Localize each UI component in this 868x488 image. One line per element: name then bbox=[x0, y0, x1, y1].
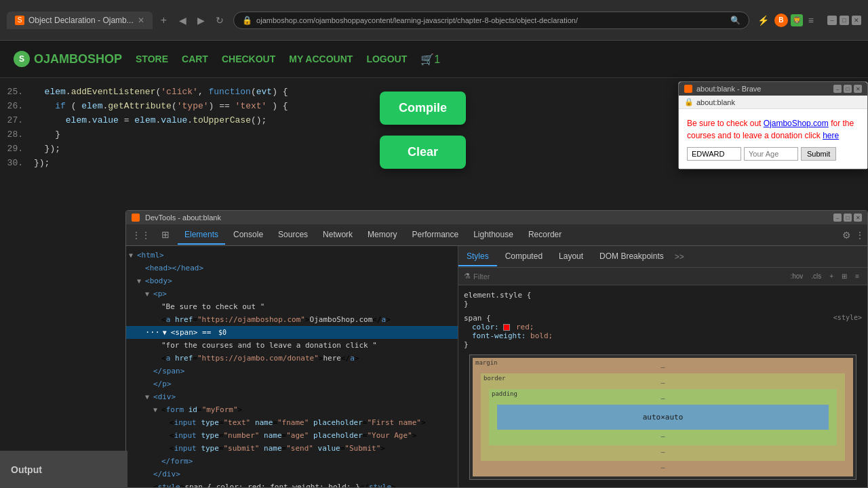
maximize-button[interactable]: □ bbox=[840, 16, 849, 25]
compile-button[interactable]: Compile bbox=[380, 92, 466, 125]
overlay-maximize-button[interactable]: □ bbox=[844, 85, 852, 93]
styles-tab-more[interactable]: >> bbox=[672, 248, 687, 266]
extensions-button[interactable]: ⚡ bbox=[755, 12, 772, 28]
tag-text: </p> bbox=[153, 378, 172, 390]
output-label: Output bbox=[11, 464, 42, 475]
tab-elements[interactable]: Elements bbox=[178, 226, 225, 245]
html-line[interactable]: ▼ <div> bbox=[126, 390, 458, 403]
toggle-icon[interactable]: ▼ bbox=[153, 404, 160, 415]
tag-text: <style>span { color: red; font-weight: b… bbox=[153, 481, 396, 487]
html-line[interactable]: <a href="https://ojamboshop.com">OjamboS… bbox=[126, 313, 458, 326]
line-dots-icon[interactable]: ··· bbox=[145, 327, 160, 338]
forward-button[interactable]: ▶ bbox=[193, 12, 209, 28]
html-line[interactable]: <style>span { color: red; font-weight: b… bbox=[126, 481, 458, 487]
toggle-icon bbox=[145, 378, 152, 390]
tab-selector[interactable]: ⊞ bbox=[155, 225, 176, 245]
cls-filter-button[interactable]: .cls bbox=[808, 270, 824, 282]
lock-icon: 🔒 bbox=[242, 16, 252, 25]
overlay-minimize-button[interactable]: – bbox=[833, 85, 842, 93]
here-link[interactable]: here bbox=[823, 131, 839, 140]
menu-button[interactable]: ≡ bbox=[806, 12, 816, 28]
toggle-icon[interactable]: ▼ bbox=[145, 391, 152, 403]
devtools-close-button[interactable]: ✕ bbox=[854, 214, 862, 222]
box-border: border – padding – auto×auto – bbox=[481, 373, 845, 461]
devtools-panel: DevTools - about:blank – □ ✕ ⋮⋮ ⊞ Elemen… bbox=[125, 210, 868, 488]
toggle-icon[interactable]: ▼ bbox=[137, 275, 144, 287]
tab-close-button[interactable]: ✕ bbox=[138, 16, 144, 25]
html-line[interactable]: </span> bbox=[126, 365, 458, 378]
checkout-nav-link[interactable]: CHECKOUT bbox=[222, 54, 275, 64]
tab-title: Object Declaration - Ojamb... bbox=[28, 16, 134, 25]
filter-input[interactable] bbox=[473, 272, 785, 281]
html-line[interactable]: <head></head> bbox=[126, 262, 458, 274]
toggle-icon bbox=[153, 455, 160, 467]
overlay-window-controls: – □ ✕ bbox=[833, 85, 862, 93]
tab-memory[interactable]: Memory bbox=[361, 226, 403, 245]
tab-layout[interactable]: Layout bbox=[551, 247, 591, 266]
ojamboshop-link[interactable]: OjamboShop.com bbox=[764, 119, 829, 128]
toggle-icon[interactable]: ▼ bbox=[145, 288, 152, 300]
toggle-icon[interactable]: ▼ bbox=[129, 249, 136, 261]
browser-tab[interactable]: S Object Declaration - Ojamb... ✕ bbox=[7, 12, 153, 29]
address-bar[interactable]: 🔒 ojamboshop.com/ojamboshoppaycontent/le… bbox=[233, 12, 749, 29]
url-text: ojamboshop.com/ojamboshoppaycontent/lear… bbox=[256, 16, 726, 24]
reload-button[interactable]: ↻ bbox=[212, 12, 228, 28]
html-line[interactable]: <input type="number" name="age" placehol… bbox=[126, 429, 458, 442]
tab-performance[interactable]: Performance bbox=[405, 226, 465, 245]
tab-dom-breakpoints[interactable]: DOM Breakpoints bbox=[591, 247, 672, 266]
tab-sources[interactable]: Sources bbox=[271, 226, 315, 245]
logout-nav-link[interactable]: LOGOUT bbox=[366, 54, 407, 64]
tab-styles[interactable]: Styles bbox=[458, 247, 497, 266]
toggle-icon[interactable]: ▼ bbox=[163, 327, 170, 338]
myaccount-nav-link[interactable]: MY ACCOUNT bbox=[289, 54, 353, 64]
tag-text: </form> bbox=[161, 455, 193, 467]
html-line[interactable]: ▼ <form id="myForm"> bbox=[126, 403, 458, 416]
style-property-fontweight: font-weight: bold; bbox=[464, 331, 862, 340]
hov-filter-button[interactable]: :hov bbox=[787, 270, 806, 282]
html-line[interactable]: </p> bbox=[126, 378, 458, 390]
nav-buttons: ◀ ▶ ↻ bbox=[175, 12, 228, 28]
devtools-minimize-button[interactable]: – bbox=[833, 214, 842, 222]
overlay-close-button[interactable]: ✕ bbox=[854, 85, 862, 93]
minimize-button[interactable]: – bbox=[827, 16, 837, 25]
back-button[interactable]: ◀ bbox=[175, 12, 191, 28]
html-line[interactable]: ▼ <html> bbox=[126, 249, 458, 262]
fname-input[interactable] bbox=[687, 147, 741, 161]
devtools-titlebar: DevTools - about:blank – □ ✕ bbox=[126, 211, 867, 224]
tab-console[interactable]: Console bbox=[226, 226, 270, 245]
add-style-button[interactable]: + bbox=[827, 270, 836, 282]
overlay-address-bar[interactable]: 🔒 about:blank bbox=[679, 96, 867, 109]
store-nav-link[interactable]: STORE bbox=[136, 54, 168, 64]
devtools-settings-icon[interactable]: ⚙ bbox=[842, 230, 851, 241]
age-input[interactable] bbox=[744, 147, 798, 161]
html-line[interactable]: ▼ <p> bbox=[126, 287, 458, 300]
cart-nav-link[interactable]: CART bbox=[182, 54, 208, 64]
html-line-selected[interactable]: ··· ▼ <span> == $0 bbox=[126, 326, 458, 339]
html-line[interactable]: ▼ <body> bbox=[126, 274, 458, 287]
html-line[interactable]: <input type="submit" name="send" value="… bbox=[126, 442, 458, 455]
tab-computed[interactable]: Computed bbox=[497, 247, 551, 266]
devtools-more-icon[interactable]: ⋮⋮ bbox=[129, 228, 153, 242]
html-line[interactable]: "Be sure to check out " bbox=[126, 300, 458, 313]
close-button[interactable]: ✕ bbox=[852, 16, 861, 25]
overlay-paragraph: Be sure to check out OjamboShop.com for … bbox=[687, 117, 859, 142]
html-line[interactable]: "for the courses and to leave a donation… bbox=[126, 339, 458, 352]
tab-recorder[interactable]: Recorder bbox=[521, 226, 568, 245]
layout-toggle-button[interactable]: ⊞ bbox=[839, 270, 850, 282]
devtools-maximize-button[interactable]: □ bbox=[844, 214, 852, 222]
toggle-icon bbox=[161, 417, 168, 428]
tab-lighthouse[interactable]: Lighthouse bbox=[467, 226, 520, 245]
new-tab-button[interactable]: + bbox=[158, 12, 170, 29]
devtools-overflow-icon[interactable]: ⋮ bbox=[855, 230, 865, 241]
html-line[interactable]: </form> bbox=[126, 455, 458, 468]
submit-button[interactable]: Submit bbox=[801, 147, 836, 161]
html-line[interactable]: </div> bbox=[126, 468, 458, 481]
html-line[interactable]: <input type="text" name="fname" placehol… bbox=[126, 416, 458, 429]
cart-icon[interactable]: 🛒1 bbox=[420, 53, 440, 66]
tag-text: <input type="number" name="age" placehol… bbox=[170, 430, 416, 441]
html-line[interactable]: <a href="https://ojambo.com/donate">here… bbox=[126, 352, 458, 365]
tab-network[interactable]: Network bbox=[316, 226, 359, 245]
computed-toggle-button[interactable]: ≡ bbox=[852, 270, 862, 282]
clear-button[interactable]: Clear bbox=[380, 136, 466, 169]
line-number: 30. bbox=[0, 157, 34, 169]
